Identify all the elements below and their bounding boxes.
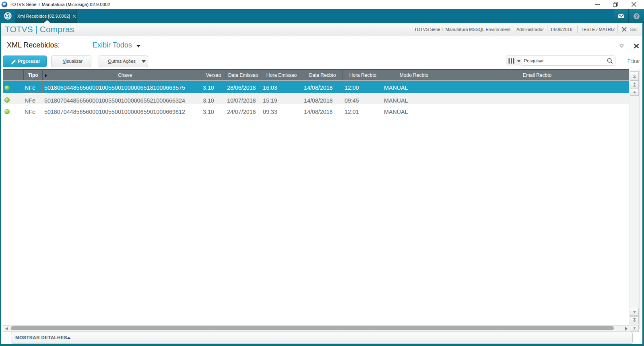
svg-text:?: ? xyxy=(635,14,638,19)
